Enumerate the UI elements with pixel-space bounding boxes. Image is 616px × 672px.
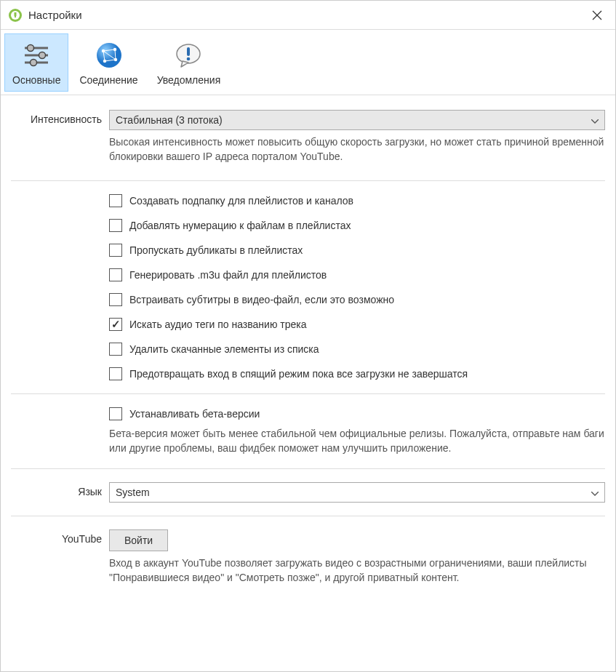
divider — [11, 393, 605, 394]
intensity-select[interactable]: Стабильная (3 потока) — [109, 110, 605, 130]
audio-tags-label: Искать аудио теги по названию трека — [129, 319, 307, 330]
close-icon — [592, 10, 602, 20]
svg-point-9 — [28, 44, 34, 51]
beta-help: Бета-версия может быть менее стабильной … — [109, 426, 605, 456]
m3u-label: Генерировать .m3u файл для плейлистов — [129, 269, 327, 281]
tab-general-label: Основные — [12, 74, 60, 86]
language-select[interactable]: System — [109, 482, 605, 503]
tab-connection-label: Соединение — [79, 74, 137, 86]
svg-point-24 — [187, 57, 191, 60]
audio-tags-checkbox[interactable] — [109, 318, 122, 331]
prevent-sleep-label: Предотвращать вход в спящий режим пока в… — [129, 368, 468, 380]
app-icon — [8, 8, 23, 23]
youtube-login-button[interactable]: Войти — [109, 529, 168, 551]
window-title: Настройки — [28, 9, 586, 21]
youtube-label: YouTube — [11, 529, 109, 545]
subfolder-label: Создавать подпапку для плейлистов и кана… — [129, 195, 353, 207]
skip-dupes-label: Пропускать дубликаты в плейлистах — [129, 244, 303, 256]
close-button[interactable] — [586, 4, 608, 26]
svg-point-3 — [15, 15, 16, 17]
tab-connection[interactable]: Соединение — [71, 33, 145, 92]
embed-subs-label: Встраивать субтитры в видео-файл, если э… — [129, 294, 394, 305]
chevron-down-icon — [591, 114, 599, 126]
beta-checkbox[interactable] — [109, 407, 122, 420]
numbering-checkbox[interactable] — [109, 219, 122, 232]
subfolder-checkbox[interactable] — [109, 194, 122, 207]
remove-done-label: Удалить скачанные элементы из списка — [129, 343, 319, 355]
svg-point-10 — [39, 52, 46, 58]
prevent-sleep-checkbox[interactable] — [109, 367, 122, 380]
titlebar: Настройки — [1, 1, 615, 30]
m3u-checkbox[interactable] — [109, 268, 122, 281]
content-panel: Интенсивность Стабильная (3 потока) Высо… — [1, 95, 615, 607]
svg-rect-2 — [15, 12, 17, 16]
intensity-value: Стабильная (3 потока) — [116, 114, 223, 126]
youtube-login-label: Войти — [124, 535, 153, 546]
globe-icon — [93, 39, 125, 71]
skip-dupes-checkbox[interactable] — [109, 244, 122, 257]
tab-notifications-label: Уведомления — [157, 74, 221, 86]
chevron-down-icon — [591, 487, 599, 498]
intensity-label: Интенсивность — [11, 110, 109, 125]
divider — [11, 180, 605, 181]
tab-general[interactable]: Основные — [4, 33, 68, 92]
intensity-help: Высокая интенсивность может повысить общ… — [109, 135, 605, 164]
embed-subs-checkbox[interactable] — [109, 293, 122, 306]
divider — [11, 468, 605, 469]
alert-icon — [172, 39, 204, 71]
toolbar: Основные Соединение — [1, 30, 615, 95]
numbering-label: Добавлять нумерацию к файлам в плейлиста… — [129, 220, 351, 231]
sliders-icon — [20, 39, 52, 71]
remove-done-checkbox[interactable] — [109, 343, 122, 356]
divider — [11, 516, 605, 516]
svg-rect-23 — [187, 47, 190, 56]
language-value: System — [116, 487, 150, 498]
beta-label: Устанавливать бета-версии — [129, 408, 260, 420]
youtube-help: Вход в аккаунт YouTube позволяет загружа… — [109, 556, 605, 585]
tab-notifications[interactable]: Уведомления — [149, 33, 229, 92]
svg-point-11 — [31, 59, 37, 65]
language-label: Язык — [11, 482, 109, 497]
